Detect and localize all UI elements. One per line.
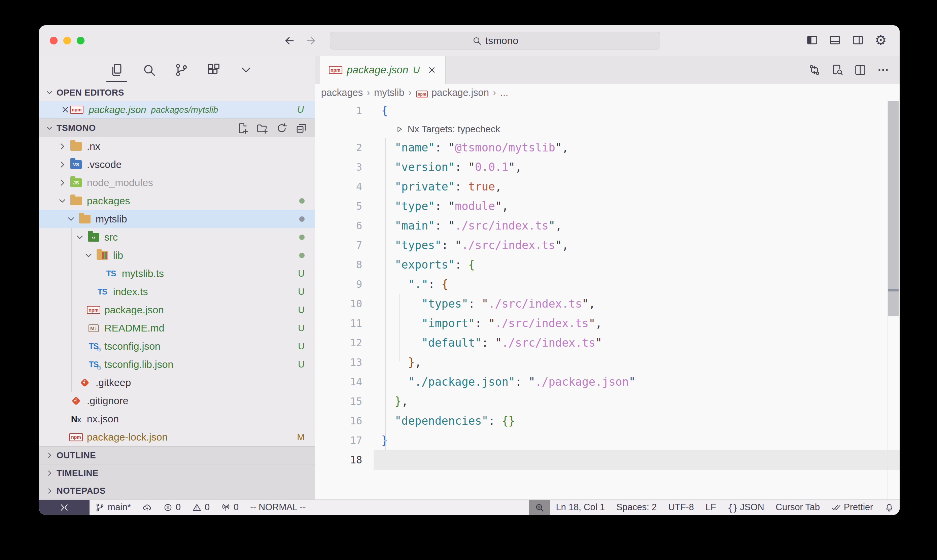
code-line-12[interactable]: 12 "default": "./src/index.ts" <box>315 333 900 353</box>
code-line-17[interactable]: 17} <box>315 431 900 450</box>
tab-package-json[interactable]: npm package.json U <box>320 56 446 84</box>
code-editor[interactable]: 1{Nx Targets: typecheck2 "name": "@tsmon… <box>315 101 900 499</box>
codelens-row[interactable]: Nx Targets: typecheck <box>315 120 900 138</box>
activity-item-explorer[interactable] <box>108 56 125 84</box>
tree-item-lib[interactable]: lib <box>39 246 315 265</box>
tree-item-package-json[interactable]: npmpackage.jsonU <box>39 301 315 319</box>
toggle-primary-sidebar-icon[interactable] <box>806 34 818 46</box>
status-item-bell[interactable] <box>879 500 900 515</box>
code-line-3[interactable]: 3 "version": "0.0.1", <box>315 157 900 177</box>
tree-item--nx[interactable]: .nx <box>39 137 315 155</box>
command-center-search[interactable]: tsmono <box>330 32 660 49</box>
chevron-down-icon[interactable] <box>83 251 94 260</box>
tree-item-nx-json[interactable]: Nxnx.json <box>39 410 315 428</box>
chevron-down-icon[interactable] <box>75 232 85 242</box>
tree-item-src[interactable]: ‹›src <box>39 228 315 246</box>
forward-arrow-icon[interactable] <box>305 35 317 47</box>
refresh-icon[interactable] <box>275 122 288 134</box>
status-item-cloud-upload[interactable] <box>137 500 157 515</box>
explorer-section-header[interactable]: TSMONO <box>39 118 315 137</box>
tree-item-tsconfig-json[interactable]: TS⚙tsconfig.jsonU <box>39 337 315 355</box>
close-icon[interactable] <box>427 65 437 75</box>
activity-item-more[interactable] <box>238 56 254 84</box>
chevron-right-icon[interactable] <box>57 142 67 151</box>
toggle-secondary-sidebar-icon[interactable] <box>852 34 864 46</box>
breadcrumb-item-packages[interactable]: packages <box>321 87 363 98</box>
breadcrumb-item-package-json[interactable]: npmpackage.json <box>415 87 489 98</box>
tree-item-package-lock-json[interactable]: npmpackage-lock.jsonM <box>39 428 315 446</box>
status-item-prettier[interactable]: Prettier <box>826 500 879 515</box>
code-line-14[interactable]: 14 "./package.json": "./package.json" <box>315 372 900 392</box>
open-changes-icon[interactable] <box>808 64 821 76</box>
status-item-lf[interactable]: LF <box>700 500 722 515</box>
status-item-cursor-tab[interactable]: Cursor Tab <box>770 500 826 515</box>
status-item-0[interactable]: 0 <box>157 500 186 515</box>
sidebar-section-timeline[interactable]: TIMELINE <box>39 464 315 482</box>
status-zoom-button[interactable] <box>529 500 550 515</box>
back-arrow-icon[interactable] <box>283 35 295 47</box>
collapse-all-icon[interactable] <box>295 122 307 134</box>
new-folder-icon[interactable] <box>256 122 268 134</box>
code-line-6[interactable]: 6 "main": "./src/index.ts", <box>315 216 900 235</box>
split-editor-icon[interactable] <box>854 64 867 76</box>
code-line-18[interactable]: 18 <box>315 450 900 470</box>
minimize-window-button[interactable] <box>63 37 71 45</box>
status-item-json[interactable]: {}JSON <box>722 500 770 515</box>
toggle-panel-icon[interactable] <box>829 34 841 46</box>
code-line-10[interactable]: 10 "types": "./src/index.ts", <box>315 294 900 314</box>
tree-item-node-modules[interactable]: JSnode_modules <box>39 174 315 192</box>
code-line-1[interactable]: 1{ <box>315 101 900 120</box>
chevron-down-icon[interactable] <box>66 214 76 224</box>
chevron-down-icon[interactable] <box>57 196 67 206</box>
tree-item-index-ts[interactable]: TSindex.tsU <box>39 283 315 301</box>
breadcrumb-item-mytslib[interactable]: mytslib <box>374 87 404 98</box>
sidebar-section-outline[interactable]: OUTLINE <box>39 446 315 464</box>
code-line-7[interactable]: 7 "types": "./src/index.ts", <box>315 235 900 255</box>
breadcrumb-item--[interactable]: ... <box>500 87 508 98</box>
open-editor-item[interactable]: npmpackage.jsonpackages/mytslibU <box>39 101 315 118</box>
sidebar-section-notepads[interactable]: NOTEPADS <box>39 482 315 499</box>
code-line-11[interactable]: 11 "import": "./src/index.ts", <box>315 314 900 333</box>
activity-item-extensions[interactable] <box>205 56 222 84</box>
codelens[interactable]: Nx Targets: typecheck <box>374 120 500 138</box>
tree-item--gitignore[interactable]: .gitignore <box>39 392 315 410</box>
code-line-16[interactable]: 16 "dependencies": {} <box>315 411 900 431</box>
close-window-button[interactable] <box>50 37 58 45</box>
git-status-dot <box>299 216 305 222</box>
editor-scrollbar[interactable] <box>888 101 900 499</box>
code-line-2[interactable]: 2 "name": "@tsmono/mytslib", <box>315 138 900 157</box>
status-item-main-[interactable]: main* <box>89 500 137 515</box>
code-line-13[interactable]: 13 }, <box>315 353 900 372</box>
scrollbar-thumb[interactable] <box>888 101 899 316</box>
tree-item-mytslib-ts[interactable]: TSmytslib.tsU <box>39 265 315 283</box>
close-icon[interactable] <box>61 105 70 114</box>
code-line-4[interactable]: 4 "private": true, <box>315 177 900 197</box>
activity-item-search[interactable] <box>141 56 157 84</box>
code-line-15[interactable]: 15 }, <box>315 392 900 411</box>
maximize-window-button[interactable] <box>77 37 85 45</box>
tree-item-tsconfig-lib-json[interactable]: TS⚙tsconfig.lib.jsonU <box>39 355 315 374</box>
find-in-file-icon[interactable] <box>831 64 844 76</box>
status-item-ln-18-col-1[interactable]: Ln 18, Col 1 <box>550 500 611 515</box>
code-line-5[interactable]: 5 "type": "module", <box>315 197 900 216</box>
chevron-right-icon[interactable] <box>57 178 67 188</box>
chevron-right-icon[interactable] <box>57 160 67 169</box>
status-item-0[interactable]: 0 <box>215 500 245 515</box>
new-file-icon[interactable] <box>237 122 249 134</box>
tree-item--gitkeep[interactable]: .gitkeep <box>39 374 315 392</box>
status-item-spaces-2[interactable]: Spaces: 2 <box>611 500 662 515</box>
code-line-8[interactable]: 8 "exports": { <box>315 255 900 275</box>
code-line-9[interactable]: 9 ".": { <box>315 275 900 294</box>
more-icon[interactable] <box>877 64 889 76</box>
tree-item-readme-md[interactable]: M↓README.mdU <box>39 319 315 337</box>
tree-item-mytslib[interactable]: mytslib <box>39 210 315 228</box>
remote-indicator[interactable] <box>39 500 89 515</box>
status-item-utf-8[interactable]: UTF-8 <box>662 500 700 515</box>
activity-item-source-control[interactable] <box>173 56 190 84</box>
settings-gear-icon[interactable]: ⚙ <box>875 34 887 46</box>
open-editors-header[interactable]: OPEN EDITORS <box>39 84 315 101</box>
tree-item-packages[interactable]: packages <box>39 192 315 210</box>
status-item--normal-[interactable]: -- NORMAL -- <box>245 500 311 515</box>
tree-item--vscode[interactable]: VS.vscode <box>39 155 315 174</box>
status-item-0[interactable]: 0 <box>186 500 215 515</box>
